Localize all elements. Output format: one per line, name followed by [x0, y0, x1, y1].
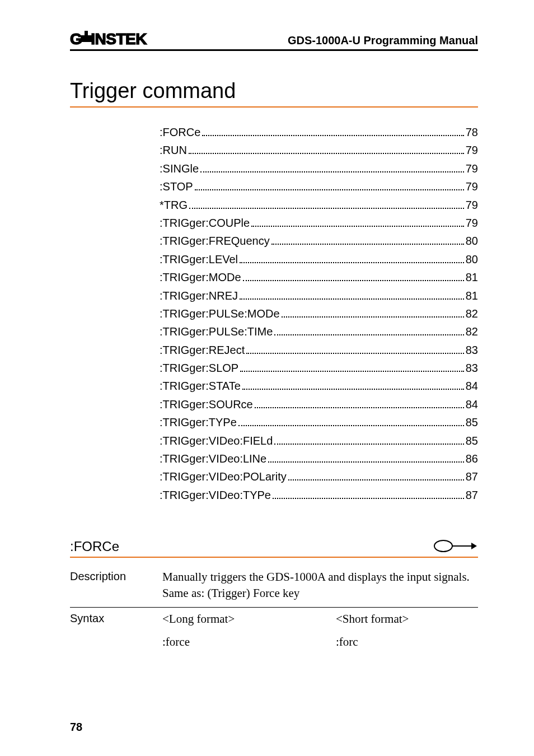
table-row: Syntax <Long format> <Short format>	[70, 608, 478, 631]
toc-label: :SINGle	[160, 160, 199, 178]
toc-dots	[274, 334, 463, 335]
toc-page: 83	[466, 341, 478, 359]
toc-dots	[273, 498, 464, 499]
toc-label: :TRIGger:VIDeo:TYPe	[160, 486, 271, 504]
short-format-header: <Short format>	[336, 608, 478, 631]
toc-dots	[238, 425, 464, 426]
toc-row: :TRIGger:SLOP83	[160, 359, 478, 377]
short-format-value: :forc	[336, 631, 478, 654]
toc-label: :TRIGger:MODe	[160, 268, 241, 286]
toc-label: :TRIGger:VIDeo:FIELd	[160, 432, 273, 450]
toc-page: 79	[466, 196, 478, 214]
toc-label: :TRIGger:STATe	[160, 377, 241, 395]
toc-dots	[255, 407, 464, 408]
toc-label: *TRG	[160, 196, 188, 214]
toc-row: *TRG79	[160, 196, 478, 214]
toc-label: :TRIGger:VIDeo:POLarity	[160, 468, 287, 486]
toc-page: 79	[466, 214, 478, 232]
toc-label: :TRIGger:VIDeo:LINe	[160, 450, 266, 468]
toc-row: :TRIGger:VIDeo:LINe86	[160, 450, 478, 468]
toc-dots	[200, 171, 464, 172]
toc-page: 86	[466, 450, 478, 468]
toc-dots	[288, 479, 464, 480]
toc-page: 84	[466, 377, 478, 395]
set-icon	[433, 538, 478, 554]
toc-row: :TRIGger:VIDeo:POLarity87	[160, 468, 478, 486]
brand-logo: GINSTEK	[70, 30, 147, 48]
toc-label: :FORCe	[160, 123, 200, 141]
table-of-contents: :FORCe78:RUN79:SINGle79:STOP79*TRG79:TRI…	[70, 123, 478, 504]
toc-label: :TRIGger:FREQuency	[160, 232, 270, 250]
svg-marker-4	[471, 543, 477, 549]
toc-dots	[240, 298, 464, 300]
toc-label: :TRIGger:TYPe	[160, 413, 237, 431]
toc-dots	[202, 135, 463, 136]
toc-label: :RUN	[160, 141, 187, 159]
command-name: :FORCe	[70, 539, 119, 554]
description-value: Manually triggers the GDS-1000A and disp…	[162, 566, 478, 608]
toc-dots	[195, 189, 464, 190]
toc-row: :RUN79	[160, 141, 478, 159]
page-header: GINSTEK GDS-1000A-U Programming Manual	[70, 30, 478, 51]
toc-page: 82	[466, 305, 478, 323]
table-row: Description Manually triggers the GDS-10…	[70, 566, 478, 608]
toc-page: 78	[466, 123, 478, 141]
page-number: 78	[70, 721, 82, 734]
toc-row: :TRIGger:SOURce84	[160, 395, 478, 413]
toc-page: 85	[466, 413, 478, 431]
toc-page: 82	[466, 323, 478, 340]
toc-row: :FORCe78	[160, 123, 478, 141]
toc-dots	[271, 244, 464, 245]
toc-row: :SINGle79	[160, 160, 478, 178]
toc-row: :TRIGger:MODe81	[160, 268, 478, 286]
toc-row: :TRIGger:PULSe:MODe82	[160, 305, 478, 323]
section-title: Trigger command	[70, 79, 478, 108]
toc-page: 80	[466, 232, 478, 250]
toc-page: 87	[466, 468, 478, 486]
toc-label: :TRIGger:PULSe:TIMe	[160, 323, 273, 340]
description-line-1: Manually triggers the GDS-1000A and disp…	[162, 570, 478, 584]
toc-row: :TRIGger:COUPle79	[160, 214, 478, 232]
toc-row: :TRIGger:VIDeo:FIELd85	[160, 432, 478, 450]
brand-prefix: G	[70, 30, 82, 48]
syntax-label: Syntax	[70, 608, 162, 654]
toc-label: :TRIGger:PULSe:MODe	[160, 305, 280, 323]
toc-label: :TRIGger:SOURce	[160, 395, 253, 413]
toc-page: 79	[466, 160, 478, 178]
toc-dots	[274, 444, 463, 445]
toc-row: :STOP79	[160, 178, 478, 195]
toc-page: 79	[466, 178, 478, 195]
toc-page: 83	[466, 359, 478, 377]
toc-dots	[189, 153, 464, 154]
toc-label: :TRIGger:SLOP	[160, 359, 238, 377]
svg-point-2	[434, 540, 452, 552]
toc-dots	[246, 353, 463, 354]
svg-rect-1	[85, 31, 88, 36]
toc-dots	[243, 280, 464, 281]
svg-rect-0	[81, 35, 92, 42]
toc-row: :TRIGger:VIDeo:TYPe87	[160, 486, 478, 504]
long-format-value: :force	[162, 631, 336, 654]
toc-dots	[240, 371, 464, 372]
toc-label: :STOP	[160, 178, 193, 195]
description-line-2: Same as: (Trigger) Force key	[162, 586, 478, 600]
toc-label: :TRIGger:NREJ	[160, 287, 238, 305]
toc-label: :TRIGger:REJect	[160, 341, 245, 359]
toc-row: :TRIGger:TYPe85	[160, 413, 478, 431]
command-heading-row: :FORCe	[70, 538, 478, 558]
toc-page: 85	[466, 432, 478, 450]
toc-dots	[282, 316, 464, 318]
command-table: Description Manually triggers the GDS-10…	[70, 566, 478, 654]
long-format-header: <Long format>	[162, 608, 336, 631]
brand-suffix: INSTEK	[91, 30, 147, 48]
toc-page: 81	[466, 268, 478, 286]
toc-dots	[242, 389, 464, 390]
toc-row: :TRIGger:PULSe:TIMe82	[160, 323, 478, 340]
manual-title: GDS-1000A-U Programming Manual	[288, 34, 478, 47]
toc-page: 79	[466, 141, 478, 159]
toc-page: 84	[466, 395, 478, 413]
toc-page: 87	[466, 486, 478, 504]
toc-label: :TRIGger:COUPle	[160, 214, 250, 232]
pin-icon	[81, 31, 92, 46]
toc-row: :TRIGger:NREJ81	[160, 287, 478, 305]
